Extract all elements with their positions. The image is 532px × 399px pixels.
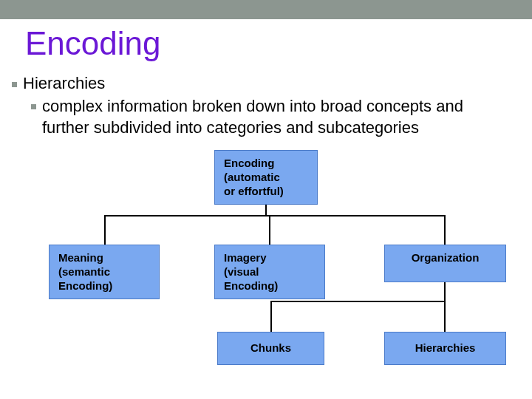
bullet-2-text: complex information broken down into bro…: [42, 96, 511, 138]
connector-line: [444, 215, 446, 245]
slide-title: Encoding: [0, 19, 532, 74]
node-organization: Organization: [384, 245, 506, 282]
bullet-level-1: Hierarchies: [12, 74, 511, 93]
connector-line: [270, 301, 272, 332]
bullet-square-icon: [31, 104, 36, 109]
bullet-square-icon: [12, 82, 17, 87]
node-chunks: Chunks: [217, 332, 324, 365]
hierarchy-diagram: Encoding (automatic or effortful) Meanin…: [0, 138, 532, 382]
top-bar: [0, 0, 532, 19]
node-encoding-root: Encoding (automatic or effortful): [214, 150, 318, 205]
connector-line: [444, 301, 446, 332]
connector-line: [104, 215, 446, 216]
bullet-level-2: complex information broken down into bro…: [12, 96, 511, 138]
connector-line: [104, 215, 106, 245]
connector-line: [270, 301, 446, 302]
node-meaning: Meaning (semantic Encoding): [49, 245, 160, 299]
connector-line: [269, 215, 270, 245]
node-imagery: Imagery (visual Encoding): [214, 245, 325, 299]
bullet-1-text: Hierarchies: [23, 74, 105, 93]
bullet-list: Hierarchies complex information broken d…: [0, 74, 532, 138]
node-hierarchies: Hierarchies: [384, 332, 506, 365]
